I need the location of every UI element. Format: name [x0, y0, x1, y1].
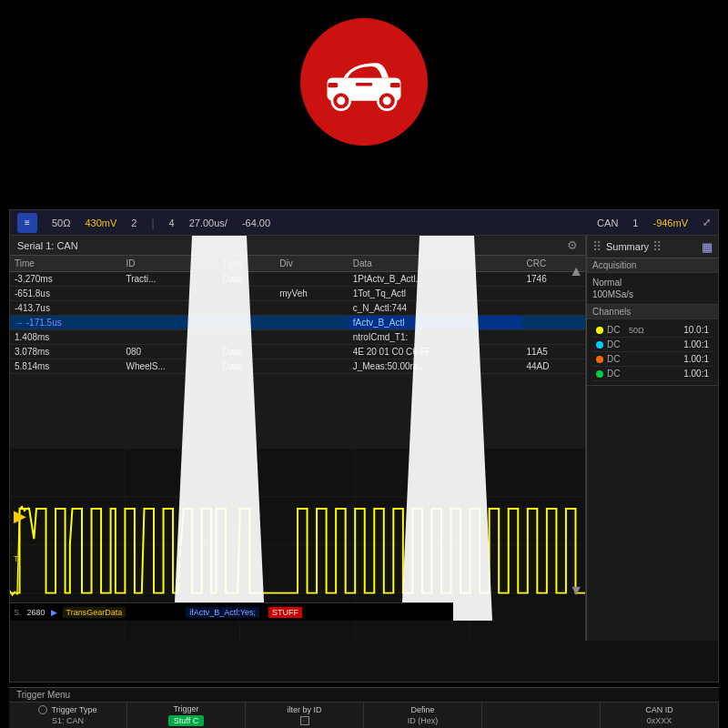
cell-2-2 — [217, 301, 275, 316]
cell-4-2 — [217, 330, 275, 345]
cell-6-0: 5.814ms — [10, 359, 121, 374]
cell-1-0: -651.8us — [10, 287, 121, 301]
cell-2-3 — [275, 301, 349, 316]
channel-3-attenuation: 1.00:1 — [683, 354, 709, 364]
trigger-buttons-row: Trigger TypeS1: CANTriggerStuff Cilter b… — [9, 703, 719, 728]
trigger-label: T — [14, 554, 19, 563]
trigger-position-marker: ▶ — [14, 506, 26, 526]
cell-3-1 — [121, 316, 217, 330]
trigger-menu-title: Trigger Menu — [9, 688, 719, 703]
trigger-green-badge: Stuff C — [168, 715, 204, 726]
time-div-num: 4 — [169, 217, 175, 228]
channel-row-3: DC1.00:1 — [592, 352, 713, 367]
col-data: Data — [349, 256, 522, 272]
cell-5-4: 4E 20 01 C0 C6 FF — [349, 345, 522, 359]
channel-4-coupling: DC — [607, 369, 625, 379]
channels-section-title: Channels — [587, 305, 718, 319]
channel-2-coupling: DC — [607, 339, 625, 349]
summary-dots-icon-right: ⠿ — [652, 239, 662, 254]
car-circle — [300, 18, 428, 146]
summary-table-icon[interactable]: ▦ — [702, 240, 713, 254]
channel-3-indicator — [596, 356, 603, 363]
col-div: Div — [275, 256, 349, 272]
svg-rect-6 — [390, 83, 400, 87]
trigger-type-radio[interactable] — [38, 705, 47, 714]
table-header-row: Time ID Type Div Data CRC — [10, 256, 585, 272]
channel-2-attenuation: 1.00:1 — [683, 339, 709, 349]
cell-2-0: -413.7us — [10, 301, 121, 316]
offset-display: -64.00 — [242, 217, 270, 228]
summary-title: Summary — [606, 241, 649, 252]
channel-4-attenuation: 1.00:1 — [683, 369, 709, 379]
decode-left-label: TransGearData — [63, 607, 126, 618]
cell-2-5 — [522, 301, 586, 316]
filter-by-id-checkbox[interactable] — [300, 716, 309, 725]
trigger-button-2[interactable]: ilter by ID — [246, 703, 364, 728]
cell-5-2: Data — [217, 345, 275, 359]
cell-3-3 — [275, 316, 349, 330]
cell-1-1 — [121, 287, 217, 301]
channel-row-1: DC50Ω10.0:1 — [592, 323, 713, 338]
channels-list: DC50Ω10.0:1DC1.00:1DC1.00:1DC1.00:1 — [592, 323, 713, 381]
cell-3-0: → -171.5us — [10, 316, 121, 330]
cell-6-5: 44AD — [522, 359, 586, 374]
summary-dots-icon: ⠿ — [592, 239, 602, 254]
cell-0-4: 1PtActv_B_Actl... — [349, 272, 522, 287]
cell-4-3 — [275, 330, 349, 345]
table-row[interactable]: -3.270msTracti...Data1PtActv_B_Actl...17… — [10, 272, 585, 287]
serial-data-table: Time ID Type Div Data CRC -3.270msTracti… — [10, 256, 585, 374]
table-row[interactable]: → -171.5usfActv_B_Actl — [10, 316, 585, 330]
cell-5-5: 11A5 — [522, 345, 586, 359]
trigger-button-1[interactable]: TriggerStuff C — [127, 703, 246, 728]
cell-6-1: WheelS... — [121, 359, 217, 374]
trigger-button-5[interactable]: CAN ID0xXXX — [601, 703, 719, 728]
table-row[interactable]: -413.7usc_N_Actl:744 — [10, 301, 585, 316]
channel-3-coupling: DC — [607, 354, 625, 364]
cell-6-2: Data — [217, 359, 275, 374]
svg-rect-7 — [356, 83, 372, 86]
ch-num-display: 1 — [632, 217, 638, 228]
cell-6-3 — [275, 359, 349, 374]
svg-point-2 — [337, 96, 345, 105]
cell-5-3 — [275, 345, 349, 359]
trigger-button-4[interactable] — [482, 703, 601, 728]
s-prefix: S. — [14, 608, 22, 617]
scroll-down-arrow[interactable]: ▼ — [569, 582, 583, 599]
channel-row-4: DC1.00:1 — [592, 367, 713, 381]
channel-1-indicator — [596, 327, 603, 334]
col-id: ID — [121, 256, 217, 272]
resize-icon[interactable]: ⤢ — [703, 217, 711, 228]
table-row[interactable]: 1.408msntrolCmd_T1: — [10, 330, 585, 345]
channel-num-display: 2 — [131, 217, 136, 228]
trigger-button-3[interactable]: DefineID (Hex) — [364, 703, 482, 728]
cell-3-2 — [217, 316, 275, 330]
channels-section: Channels DC50Ω10.0:1DC1.00:1DC1.00:1DC1.… — [587, 305, 718, 386]
summary-panel: ⠿ Summary ⠿ ▦ Acquisition Normal 100MSa/… — [586, 236, 718, 641]
protocol-display: CAN — [597, 217, 618, 228]
trigger-button-0[interactable]: Trigger TypeS1: CAN — [9, 703, 127, 728]
scope-screen: ≡ 50Ω 430mV 2 | 4 27.00us/ -64.00 CAN 1 … — [9, 209, 719, 682]
content-area: Serial 1: CAN ⚙ Time ID Type Div Data CR… — [10, 236, 718, 641]
channel-1-coupling: DC — [607, 325, 625, 335]
cell-1-4: 1Tot_Tq_Actl — [349, 287, 522, 301]
cell-4-5 — [522, 330, 586, 345]
col-time: Time — [10, 256, 121, 272]
ch-voltage-display: -946mV — [652, 217, 688, 228]
cell-2-1 — [121, 301, 217, 316]
menu-icon[interactable]: ≡ — [17, 213, 37, 233]
cell-4-4: ntrolCmd_T1: — [349, 330, 522, 345]
cell-6-4: J_Meas:50.00ra... — [349, 359, 522, 374]
acquisition-mode-val: Normal — [592, 278, 622, 288]
table-row[interactable]: 3.078ms080Data4E 20 01 C0 C6 FF11A5 — [10, 345, 585, 359]
table-row[interactable]: -651.8usmyVeh1Tot_Tq_Actl — [10, 287, 585, 301]
cell-3-5 — [522, 316, 586, 330]
table-row[interactable]: 5.814msWheelS...DataJ_Meas:50.00ra...44A… — [10, 359, 585, 374]
channel-1-impedance: 50Ω — [629, 326, 644, 335]
summary-panel-header: ⠿ Summary ⠿ ▦ — [587, 236, 718, 258]
cell-4-0: 1.408ms — [10, 330, 121, 345]
scroll-up-arrow[interactable]: ▲ — [569, 263, 583, 279]
gear-icon[interactable]: ⚙ — [567, 238, 578, 252]
channel-2-indicator — [596, 341, 603, 349]
car-icon — [323, 50, 405, 114]
serial-panel-title: Serial 1: CAN ⚙ — [10, 236, 585, 256]
